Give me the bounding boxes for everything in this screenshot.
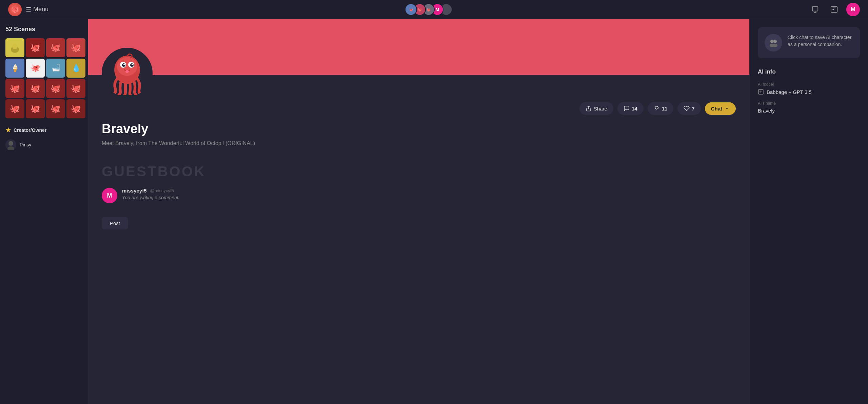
profile-name: Bravely (102, 122, 736, 136)
ai-name-row: AI's name Bravely (758, 101, 860, 114)
svg-point-22 (123, 64, 125, 65)
notifications-button[interactable] (808, 3, 822, 16)
comments-icon (624, 105, 630, 112)
app-logo[interactable]: 🐙 (8, 3, 22, 16)
users-icon (769, 38, 778, 47)
scene-thumb-1[interactable] (5, 38, 24, 57)
comment-item: M missycyf5 @missycyf5 You are writing a… (102, 188, 736, 203)
share-icon (586, 105, 592, 112)
scene-thumb-13[interactable]: 🐙 (5, 99, 24, 118)
creator-label-text: Creator/Owner (14, 127, 46, 133)
nav-left: 🐙 ☰ Menu (8, 3, 48, 16)
hearts-count: 7 (692, 106, 694, 112)
guestbook-section: GUESTBOOK M missycyf5 @missycyf5 You are… (88, 163, 749, 203)
share-button[interactable]: Share (579, 102, 613, 115)
scene-thumb-11[interactable]: 🐙 (46, 79, 65, 98)
waves-icon (654, 105, 660, 112)
menu-button[interactable]: ☰ Menu (26, 6, 48, 13)
svg-text:🐙: 🐙 (427, 7, 431, 12)
nav-avatars: 🐙 🐙 🐙 M (405, 3, 452, 16)
post-button-section: Post (88, 210, 749, 236)
post-label: Post (110, 220, 120, 226)
ai-info-section: AI info AI model Babbage + GPT 3.5 AI's … (758, 68, 860, 114)
hamburger-icon: ☰ (26, 6, 31, 13)
ai-companion-text: Click chat to save AI character as a per… (788, 34, 853, 48)
scene-thumb-5[interactable]: 🍦 (5, 59, 24, 78)
svg-point-14 (8, 141, 13, 146)
comment-username: missycyf5 (122, 188, 147, 194)
character-avatar (107, 51, 147, 95)
profile-actions: Share 14 11 (102, 102, 736, 115)
profile-banner (88, 19, 749, 75)
svg-point-17 (117, 57, 137, 76)
scene-thumb-15[interactable]: 🐙 (46, 99, 65, 118)
scene-thumb-2[interactable]: 🐙 (26, 38, 45, 57)
model-icon (758, 89, 764, 95)
comments-count: 14 (632, 106, 637, 112)
top-navigation: 🐙 ☰ Menu 🐙 🐙 🐙 M (0, 0, 868, 19)
profile-description: Meet Bravely, from The Wonderful World o… (102, 140, 736, 146)
nav-avatar-1[interactable]: 🐙 (405, 3, 417, 16)
ai-model-name: Babbage + GPT 3.5 (767, 89, 812, 95)
creator-item[interactable]: Pinsy (5, 138, 82, 152)
scene-thumb-12[interactable]: 🐙 (66, 79, 85, 98)
star-icon: ★ (5, 126, 11, 134)
svg-point-23 (132, 64, 133, 65)
svg-point-24 (125, 70, 129, 73)
comment-handle: @missycyf5 (150, 188, 174, 193)
svg-text:🐙: 🐙 (418, 7, 422, 12)
nav-right: M (808, 3, 860, 16)
scene-thumb-4[interactable]: 🐙 (66, 38, 85, 57)
comment-text: You are writing a comment. (122, 195, 736, 200)
chat-label: Chat (711, 106, 722, 112)
chevron-down-icon (724, 106, 730, 111)
svg-point-25 (770, 40, 774, 43)
creator-section: ★ Creator/Owner Pinsy (5, 126, 82, 152)
waves-button[interactable]: 11 (648, 102, 674, 115)
svg-point-26 (773, 40, 777, 43)
scene-thumb-10[interactable]: 🐙 (26, 79, 45, 98)
ai-companion-card[interactable]: Click chat to save AI character as a per… (758, 27, 860, 58)
creator-avatar (5, 139, 16, 150)
sidebar: 52 Scenes 🐙 🐙 🐙 🍦 🐙 🛁 (0, 19, 88, 404)
share-label: Share (594, 106, 607, 112)
chat-button[interactable]: Chat (705, 102, 736, 115)
profile-info-section: Share 14 11 (88, 75, 749, 163)
comment-body: missycyf5 @missycyf5 You are writing a c… (122, 188, 736, 203)
svg-text:🐙: 🐙 (409, 8, 413, 12)
content-area: Share 14 11 (88, 19, 749, 404)
scene-thumb-14[interactable]: 🐙 (26, 99, 45, 118)
main-layout: 52 Scenes 🐙 🐙 🐙 🍦 🐙 🛁 (0, 19, 868, 404)
ai-name-label: AI's name (758, 101, 860, 106)
scenes-title: 52 Scenes (5, 26, 82, 33)
right-panel: Click chat to save AI character as a per… (749, 19, 868, 404)
creator-name: Pinsy (20, 142, 31, 147)
menu-label: Menu (33, 6, 48, 13)
scene-thumb-3[interactable]: 🐙 (46, 38, 65, 57)
profile-button[interactable] (827, 3, 841, 16)
ai-companion-icon (765, 34, 782, 52)
guestbook-title: GUESTBOOK (102, 163, 736, 180)
profile-avatar-wrapper (102, 48, 153, 99)
scene-thumb-7[interactable]: 🛁 (46, 59, 65, 78)
scene-thumb-6[interactable]: 🐙 (26, 59, 45, 78)
svg-point-28 (773, 44, 777, 47)
profile-avatar-circle (102, 48, 153, 99)
scene-thumb-16[interactable]: 🐙 (66, 99, 85, 118)
waves-count: 11 (662, 106, 668, 112)
post-button[interactable]: Post (102, 217, 128, 229)
ai-name-value: Bravely (758, 108, 860, 114)
comments-button[interactable]: 14 (617, 102, 644, 115)
ai-model-row: AI model Babbage + GPT 3.5 (758, 82, 860, 95)
creator-label: ★ Creator/Owner (5, 126, 82, 134)
ai-model-label: AI model (758, 82, 860, 87)
scene-thumb-9[interactable]: 🐙 (5, 79, 24, 98)
svg-text:M: M (435, 7, 439, 12)
hearts-button[interactable]: 7 (677, 102, 701, 115)
scene-thumb-8[interactable]: 💧 (66, 59, 85, 78)
comment-avatar: M (102, 188, 117, 203)
ai-character-name: Bravely (758, 108, 775, 114)
ai-info-title: AI info (758, 68, 860, 75)
scenes-grid: 🐙 🐙 🐙 🍦 🐙 🛁 💧 🐙 (5, 38, 82, 118)
user-avatar[interactable]: M (846, 3, 860, 16)
